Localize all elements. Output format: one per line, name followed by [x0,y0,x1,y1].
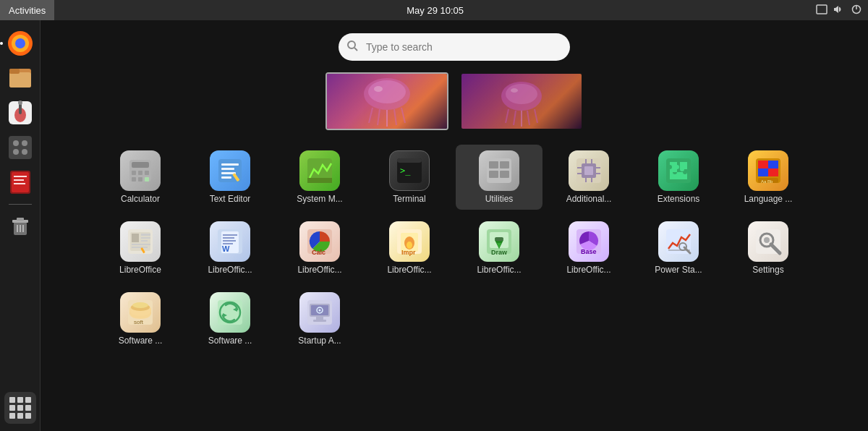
svg-point-113 [407,242,412,249]
svg-rect-70 [500,171,509,178]
app-terminal[interactable]: >_ Terminal [366,145,453,210]
window-icon[interactable] [816,4,827,17]
app-software2[interactable]: Software ... [187,286,273,351]
app-libreoffice-base[interactable]: Base LibreOffic... [545,216,632,281]
svg-line-36 [394,109,396,125]
svg-rect-67 [489,161,498,168]
terminal-icon: >_ [389,150,430,191]
svg-rect-25 [17,218,24,221]
dock-item-files[interactable] [4,62,36,94]
dots-grid-icon [9,397,31,419]
svg-line-30 [354,48,357,51]
svg-rect-87 [758,168,768,176]
svg-rect-103 [223,237,234,239]
dock-item-dictionary[interactable] [4,166,36,198]
app-grid: Calculator Text Editor [82,145,826,351]
svg-point-130 [764,237,770,243]
libreoffice-calc-icon: Calc [299,221,340,262]
svg-rect-104 [223,240,236,242]
svg-point-135 [132,302,148,308]
app-powerstat[interactable]: Power Sta... [635,216,722,281]
svg-rect-13 [9,136,32,159]
additional-label: Additional... [566,194,612,204]
svg-line-45 [535,109,537,123]
search-container [339,33,570,61]
svg-rect-49 [132,171,136,175]
app-utilities[interactable]: Utilities [456,145,542,210]
svg-rect-7 [9,72,31,88]
app-calculator[interactable]: Calculator [97,145,184,210]
topbar-right-icons [816,4,868,17]
svg-point-16 [13,149,19,155]
svg-point-29 [348,41,355,48]
libreoffice-impress-label: LibreOffic... [387,265,431,275]
main-area: Calculator Text Editor [41,20,868,431]
dock-item-firefox[interactable] [4,27,36,59]
svg-line-34 [378,109,380,125]
svg-rect-69 [489,171,498,178]
svg-rect-73 [584,166,593,175]
svg-point-40 [506,84,537,104]
libreoffice-base-icon: Base [569,221,609,262]
svg-text:Aa Bb: Aa Bb [761,179,773,184]
app-settings[interactable]: Settings [725,216,812,281]
calculator-icon [120,150,161,191]
topbar: Activities May 29 10:05 [0,0,868,20]
startup-icon [299,292,340,333]
svg-point-46 [511,88,518,93]
svg-line-41 [506,109,509,123]
libreoffice-base-label: LibreOffic... [566,265,610,275]
svg-rect-62 [307,178,332,183]
empty-cell-1 [366,286,453,351]
svg-point-38 [374,86,383,92]
svg-rect-86 [768,161,778,168]
svg-rect-119 [495,237,503,241]
software1-icon: soft [120,292,161,333]
app-sysmon[interactable]: System M... [276,145,363,210]
svg-line-42 [514,111,516,125]
app-extensions[interactable]: Extensions [635,145,722,210]
search-icon [347,40,358,54]
svg-rect-94 [141,234,150,236]
powerstat-icon [658,221,699,262]
svg-rect-85 [758,161,768,168]
libreoffice-writer-label: LibreOffic... [208,265,252,275]
svg-rect-102 [223,234,237,236]
workspace-2[interactable] [460,72,583,130]
app-software1[interactable]: soft Software ... [97,286,184,351]
power-icon[interactable] [851,4,862,17]
svg-rect-56 [221,163,239,166]
svg-text:Base: Base [581,248,597,255]
workspaces-container [326,72,583,130]
svg-line-37 [401,108,405,123]
libreoffice-draw-label: LibreOffic... [477,265,521,275]
dock-item-inkscape[interactable] [4,97,36,129]
app-texteditor[interactable]: Text Editor [187,145,273,210]
svg-rect-22 [14,183,25,184]
app-libreoffice[interactable]: LibreOffice [97,216,184,281]
dock-item-trash[interactable] [4,210,36,242]
utilities-label: Utilities [485,194,514,204]
svg-rect-68 [500,161,509,168]
app-startup[interactable]: Startup A... [276,286,363,351]
sysmon-label: System M... [297,194,342,204]
app-language[interactable]: Aa Bb Language ... [725,145,812,210]
datetime-label: May 29 10:05 [407,5,464,16]
svg-rect-50 [138,171,142,175]
svg-rect-98 [132,247,148,248]
app-additional[interactable]: Additional... [545,145,632,210]
app-libreoffice-draw[interactable]: Draw LibreOffic... [456,216,542,281]
app-libreoffice-impress[interactable]: Impr LibreOffic... [366,216,453,281]
app-libreoffice-calc[interactable]: Calc LibreOffic... [276,216,363,281]
show-apps-button[interactable] [4,392,36,424]
app-libreoffice-writer[interactable]: W LibreOffic... [187,216,273,281]
dock-item-app4[interactable] [4,132,36,163]
workspace-1[interactable] [326,72,448,130]
svg-text:Calc: Calc [312,249,326,256]
volume-icon[interactable] [833,4,845,17]
activities-button[interactable]: Activities [0,0,54,20]
calculator-label: Calculator [121,194,160,204]
search-input[interactable] [339,33,570,61]
libreoffice-label: LibreOffice [119,265,161,275]
empty-cell-3 [545,286,632,351]
